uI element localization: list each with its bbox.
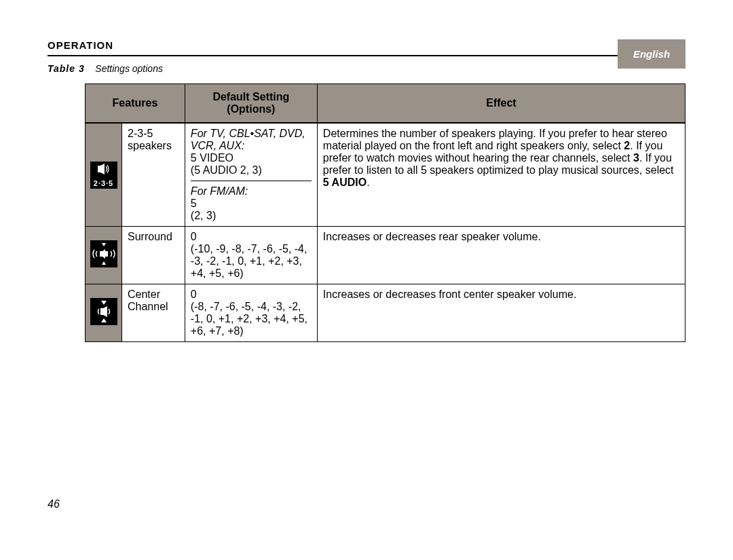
effect-bold: 2 — [624, 140, 630, 151]
svg-marker-3 — [102, 261, 106, 265]
th-features: Features — [86, 84, 185, 124]
options-group-label: For TV, CBL•SAT, DVD, VCR, AUX: — [191, 128, 305, 151]
surround-icon — [90, 240, 117, 267]
options-default: 0 — [191, 231, 197, 242]
effect-bold: 5 AUDIO — [323, 176, 366, 188]
options-list: (-8, -7, -6, -5, -4, -3, -2, -1, 0, +1, … — [191, 301, 307, 337]
center-channel-icon — [90, 298, 117, 325]
table-title: Settings options — [95, 63, 163, 74]
svg-rect-0 — [98, 166, 100, 172]
options-group-label: For FM/AM: — [191, 185, 248, 197]
table-label: Table 3 — [48, 63, 85, 74]
options-cell: For TV, CBL•SAT, DVD, VCR, AUX: 5 VIDEO … — [185, 123, 317, 227]
options-list: (2, 3) — [191, 210, 216, 221]
effect-cell: Increases or decreases rear speaker volu… — [317, 227, 685, 284]
table-row: Surround 0 (-10, -9, -8, -7, -6, -5, -4,… — [86, 227, 685, 284]
icon-cell — [86, 284, 122, 342]
th-default-line2: (Options) — [227, 103, 275, 115]
table-row: Center Channel 0 (-8, -7, -6, -5, -4, -3… — [86, 284, 685, 342]
section-heading: OPERATION — [48, 39, 685, 51]
svg-marker-10 — [103, 306, 107, 317]
feature-name: Center Channel — [122, 284, 185, 342]
svg-rect-9 — [100, 308, 103, 315]
feature-name: 2-3-5 speakers — [122, 123, 185, 227]
divider — [48, 55, 685, 56]
language-tab: English — [618, 39, 685, 69]
table-row: 2·3·5 2-3-5 speakers For TV, CBL•SAT, DV… — [86, 123, 685, 227]
icon-cell — [86, 227, 122, 284]
th-default-line1: Default Setting — [212, 91, 289, 102]
options-list: (-10, -9, -8, -7, -6, -5, -4, -3, -2, -1… — [191, 243, 307, 279]
th-effect: Effect — [317, 84, 685, 124]
options-default: 5 VIDEO — [191, 152, 233, 164]
options-list: (5 AUDIO 2, 3) — [191, 164, 262, 176]
effect-cell: Increases or decreases front center spea… — [317, 284, 685, 342]
speaker-235-icon: 2·3·5 — [90, 162, 117, 189]
svg-marker-8 — [101, 318, 107, 322]
options-default: 0 — [191, 288, 197, 300]
divider — [191, 181, 312, 181]
options-cell: 0 (-10, -9, -8, -7, -6, -5, -4, -3, -2, … — [185, 227, 317, 284]
effect-text: Determines the number of speakers playin… — [323, 128, 667, 151]
svg-marker-7 — [101, 301, 107, 305]
svg-rect-6 — [105, 251, 108, 257]
settings-table: Features Default Setting (Options) Effec… — [85, 83, 685, 342]
svg-marker-2 — [102, 243, 106, 246]
th-default: Default Setting (Options) — [185, 84, 317, 124]
effect-cell: Determines the number of speakers playin… — [317, 123, 685, 227]
feature-name: Surround — [122, 227, 185, 284]
svg-marker-5 — [102, 249, 105, 259]
options-default: 5 — [191, 198, 197, 209]
options-cell: 0 (-8, -7, -6, -5, -4, -3, -2, -1, 0, +1… — [185, 284, 317, 342]
icon-digits: 2·3·5 — [90, 179, 117, 187]
svg-rect-4 — [100, 251, 102, 257]
table-caption: Table 3 Settings options — [48, 63, 685, 74]
icon-cell: 2·3·5 — [86, 123, 122, 227]
page-number: 46 — [48, 498, 685, 510]
effect-bold: 3 — [633, 152, 639, 164]
effect-text: . — [366, 176, 369, 188]
svg-marker-1 — [100, 164, 105, 174]
